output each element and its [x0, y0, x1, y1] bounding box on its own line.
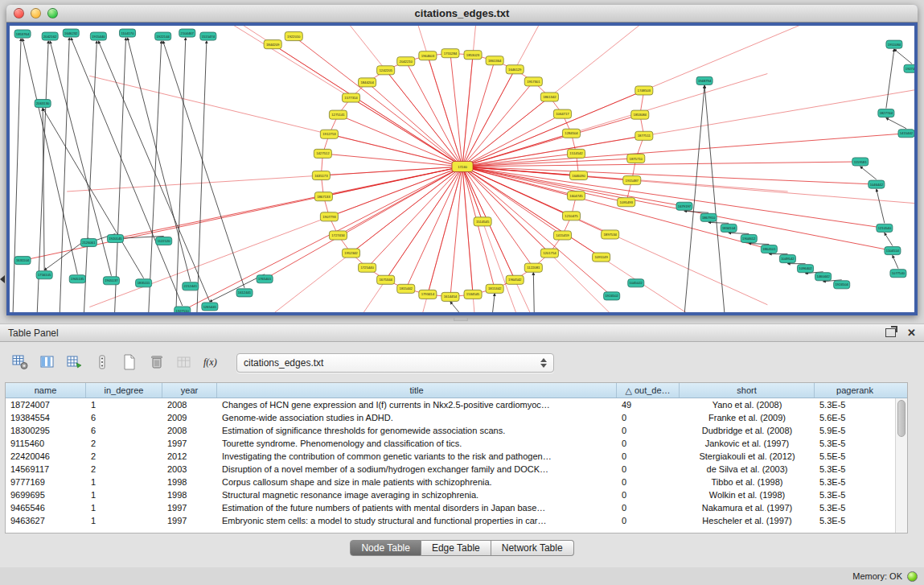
table-row[interactable]: 2242004622012Investigating the contribut…: [6, 450, 895, 463]
graph-node[interactable]: 1815342: [486, 284, 503, 293]
graph-node[interactable]: 1834104: [721, 224, 737, 232]
graph-node[interactable]: 1577314: [342, 93, 359, 102]
graph-node[interactable]: 1427512: [314, 149, 331, 158]
graph-node[interactable]: 1275141: [329, 110, 347, 119]
graph-node[interactable]: 1049542: [779, 255, 795, 263]
graph-node[interactable]: 1877511: [635, 131, 653, 140]
graph-node[interactable]: 1415459: [553, 231, 571, 240]
table-scrollbar[interactable]: [895, 398, 907, 533]
graph-node[interactable]: 1096402: [797, 265, 813, 273]
graph-node[interactable]: 1827744: [878, 109, 894, 117]
graph-node[interactable]: 1064717: [553, 109, 571, 118]
graph-node[interactable]: 1844209: [264, 40, 281, 49]
graph-node[interactable]: 1864101: [761, 245, 777, 253]
graph-node[interactable]: 1534545: [464, 290, 482, 299]
graph-node[interactable]: 1853764: [14, 30, 31, 38]
graph-node[interactable]: 1905135: [69, 275, 85, 283]
graph-node[interactable]: 1122081: [524, 263, 542, 272]
hide-panel-arrow-icon[interactable]: [0, 275, 5, 283]
column-header-pagerank[interactable]: pagerank: [815, 383, 895, 398]
network-window-titlebar[interactable]: citations_edges.txt: [6, 5, 918, 23]
table-row[interactable]: 1456911722003Disruption of a novel membe…: [6, 463, 895, 476]
graph-node[interactable]: 1748503: [635, 86, 653, 95]
graph-node[interactable]: 1964542: [506, 275, 524, 284]
graph-node[interactable]: 1104514: [885, 247, 901, 255]
graph-node[interactable]: 1727434: [329, 231, 347, 240]
graph-node[interactable]: 1646129: [506, 65, 524, 74]
row-tools-button[interactable]: [90, 351, 114, 375]
graph-node[interactable]: 1904612: [741, 234, 757, 242]
close-panel-icon[interactable]: ✕: [907, 328, 916, 338]
graph-node[interactable]: 1952342: [342, 249, 359, 257]
graph-node[interactable]: 1046442: [869, 180, 885, 188]
graph-node[interactable]: 1242205: [377, 66, 395, 75]
graph-node[interactable]: 1948794: [696, 76, 713, 84]
graph-node[interactable]: 1515474: [200, 32, 216, 40]
import-table-button[interactable]: [172, 351, 196, 375]
tab-network-table[interactable]: Network Table: [491, 540, 574, 556]
column-header-year[interactable]: year: [162, 383, 217, 398]
graph-node[interactable]: 1631104: [14, 257, 31, 265]
graph-node[interactable]: 1095493: [618, 198, 635, 207]
table-row[interactable]: 969969511998Structural magnetic resonanc…: [6, 488, 895, 501]
graph-node[interactable]: 1867910: [700, 213, 717, 221]
graph-node[interactable]: 2042210: [397, 57, 415, 66]
graph-node[interactable]: 1835111: [136, 279, 152, 287]
graph-node[interactable]: 1612441: [236, 289, 253, 297]
table-scrollbar-thumb[interactable]: [897, 400, 906, 437]
float-panel-icon[interactable]: [885, 328, 896, 337]
graph-node[interactable]: 1861364: [486, 56, 503, 65]
edit-table-button[interactable]: [63, 351, 87, 375]
column-header-title[interactable]: title: [217, 383, 617, 398]
graph-node[interactable]: 1853084: [631, 110, 649, 119]
column-header-out_de[interactable]: △ out_de…: [617, 383, 680, 398]
graph-node[interactable]: 1756105: [36, 271, 52, 279]
graph-node[interactable]: 1765401: [257, 275, 273, 283]
graph-node[interactable]: 1915487: [623, 176, 641, 185]
table-row[interactable]: 1830029562008Estimation of significance …: [6, 424, 895, 437]
graph-node[interactable]: 1907793: [320, 212, 338, 221]
close-window-button[interactable]: [14, 8, 24, 19]
function-builder-button[interactable]: f(x): [199, 351, 224, 375]
graph-node[interactable]: 1793414: [419, 290, 437, 299]
graph-node[interactable]: 1604745: [567, 192, 585, 200]
graph-node[interactable]: 1415442: [898, 130, 914, 138]
graph-node[interactable]: 1927443: [904, 64, 914, 72]
graph-node[interactable]: 1922010: [285, 32, 302, 41]
graph-node[interactable]: 17240: [452, 161, 473, 171]
graph-node[interactable]: 1867133: [314, 192, 332, 201]
graph-node[interactable]: 1897534: [602, 230, 619, 239]
graph-node[interactable]: 1951084: [886, 40, 902, 48]
graph-node[interactable]: 1957301: [524, 77, 542, 86]
graph-node[interactable]: 1927510: [175, 307, 191, 312]
table-selector-dropdown[interactable]: citations_edges.txt: [236, 353, 554, 373]
graph-node[interactable]: 1460442: [815, 273, 832, 281]
graph-node[interactable]: 1920145: [107, 234, 123, 242]
create-column-button[interactable]: [117, 351, 142, 375]
graph-node[interactable]: 1922144: [155, 32, 171, 40]
table-options-button[interactable]: [8, 351, 32, 375]
graph-node[interactable]: 1284504: [562, 129, 580, 138]
column-header-short[interactable]: short: [680, 383, 815, 398]
table-row[interactable]: 911546021997Tourette syndrome. Phenomeno…: [6, 437, 895, 450]
graph-node[interactable]: 1905137: [103, 277, 119, 285]
graph-node[interactable]: 1265441: [202, 303, 218, 311]
minimize-window-button[interactable]: [31, 8, 41, 19]
graph-node[interactable]: 1514542: [567, 149, 585, 158]
table-row[interactable]: 1938455462009Genome-wide association stu…: [6, 411, 895, 424]
graph-node[interactable]: 2104467: [179, 29, 195, 37]
graph-node[interactable]: 2126061: [80, 238, 97, 246]
graph-node[interactable]: 2042162: [42, 32, 58, 40]
graph-node[interactable]: 1210540: [877, 224, 893, 232]
graph-node[interactable]: 1514545: [474, 217, 491, 226]
graph-node[interactable]: 1646090: [569, 171, 587, 180]
graph-node[interactable]: 1201754: [540, 249, 558, 257]
network-svg[interactable]: 1853764204216216462321915440110417019221…: [10, 26, 914, 312]
graph-node[interactable]: 1924504: [834, 281, 850, 289]
graph-node[interactable]: 1675344: [377, 275, 395, 284]
table-row[interactable]: 946554611997Estimation of the future num…: [6, 501, 895, 514]
table-row[interactable]: 977716911998Corpus callosum shape and si…: [6, 476, 895, 488]
graph-node[interactable]: 1912753: [320, 130, 338, 138]
graph-node[interactable]: 1853023: [464, 51, 482, 60]
graph-node[interactable]: 1875710: [627, 154, 645, 163]
